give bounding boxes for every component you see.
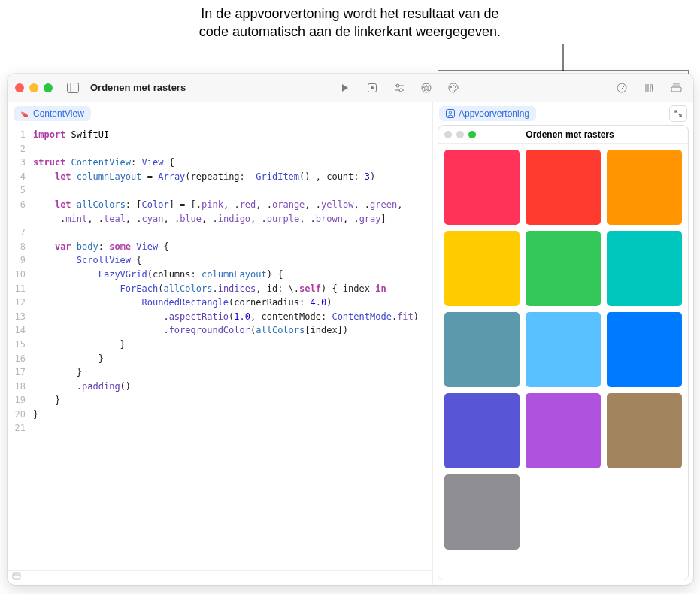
svg-point-11	[455, 86, 456, 88]
code-line: ScrollView {	[33, 253, 425, 268]
svg-point-7	[399, 89, 402, 92]
preview-tab-label: Appvoorvertoning	[459, 108, 529, 119]
color-tile	[607, 312, 682, 387]
code-line: .mint, .teal, .cyan, .blue, .indigo, .pu…	[33, 212, 425, 226]
color-tile	[526, 393, 601, 468]
editor-status-bar	[8, 570, 432, 585]
annotation-line-2: code automatisch aan de linkerkant weerg…	[0, 23, 700, 41]
line-gutter: 123456789101112131415161718192021	[8, 128, 33, 570]
line-number: 5	[8, 183, 26, 198]
code-line: LazyVGrid(columns: columnLayout) {	[33, 268, 425, 282]
step-button[interactable]	[362, 80, 382, 96]
code-line: }	[33, 408, 425, 422]
line-number: 18	[8, 380, 26, 394]
person-icon	[446, 109, 455, 118]
preview-minimize-button[interactable]	[456, 131, 464, 138]
annotation-line-1: In de appvoorvertoning wordt het resulta…	[0, 5, 700, 23]
expand-preview-button[interactable]	[669, 105, 687, 122]
window-controls	[15, 83, 53, 92]
svg-rect-19	[671, 87, 681, 92]
color-tile	[607, 150, 682, 225]
color-tile	[607, 231, 682, 306]
line-number: 6	[8, 198, 26, 212]
editor-pane: ContentView 1234567891011121314151617181…	[8, 102, 433, 585]
editor-tab-bar: ContentView	[8, 102, 432, 125]
line-number: 19	[8, 393, 26, 408]
color-tile	[444, 150, 520, 225]
code-line	[33, 142, 425, 156]
svg-line-16	[652, 84, 653, 92]
line-number: 12	[8, 295, 26, 310]
color-tile	[444, 474, 520, 550]
svg-rect-17	[673, 83, 680, 85]
preview-window-title: Ordenen met rasters	[480, 129, 659, 140]
toolbar-center	[192, 80, 606, 96]
code-line: }	[33, 393, 425, 408]
line-number: 20	[8, 408, 26, 422]
code-line: }	[33, 365, 425, 380]
code-line: .aspectRatio(1.0, contentMode: ContentMo…	[33, 310, 425, 324]
minimize-window-button[interactable]	[29, 83, 38, 92]
line-number: 21	[8, 421, 26, 435]
settings-sliders-button[interactable]	[389, 80, 409, 96]
svg-point-23	[449, 111, 451, 114]
code-line: RoundedRectangle(cornerRadius: 4.0)	[33, 295, 425, 310]
window-title: Ordenen met rasters	[90, 82, 186, 93]
close-window-button[interactable]	[15, 83, 24, 92]
line-number: 14	[8, 323, 26, 338]
svg-rect-0	[68, 83, 79, 92]
toolbar-right	[612, 80, 686, 96]
stack-button[interactable]	[666, 80, 686, 96]
color-tile	[526, 312, 601, 387]
svg-point-12	[617, 83, 626, 92]
preview-window: Ordenen met rasters	[438, 125, 689, 580]
code-line: }	[33, 338, 425, 352]
star-button[interactable]	[417, 80, 436, 96]
library-button[interactable]	[639, 80, 659, 96]
line-number: 7	[8, 226, 26, 240]
code-line: let allColors: [Color] = [.pink, .red, .…	[33, 198, 425, 212]
sidebar-toggle-button[interactable]	[63, 80, 83, 96]
line-number: 8	[8, 240, 26, 254]
line-number: 3	[8, 156, 26, 170]
split-view: ContentView 1234567891011121314151617181…	[8, 102, 693, 585]
code-line: import SwiftUI	[33, 128, 425, 142]
zoom-window-button[interactable]	[44, 83, 53, 92]
editor-tab-label: ContentView	[33, 108, 84, 119]
svg-rect-18	[672, 86, 680, 87]
svg-point-5	[396, 84, 399, 87]
code-line: .padding()	[33, 380, 425, 394]
code-editor[interactable]: 123456789101112131415161718192021 import…	[8, 125, 432, 570]
editor-tab-contentview[interactable]: ContentView	[14, 106, 91, 121]
preview-pane: Appvoorvertoning Ordenen met rasters	[433, 102, 693, 585]
code-line: }	[33, 352, 425, 366]
svg-point-3	[371, 86, 374, 89]
line-number: 10	[8, 268, 26, 282]
code-line: .foregroundColor(allColors[index])	[33, 323, 425, 338]
breadcrumb-icon	[12, 572, 21, 580]
code-line: struct ContentView: View {	[33, 156, 425, 170]
line-number: 16	[8, 352, 26, 366]
line-number	[8, 212, 26, 226]
code-content: import SwiftUI struct ContentView: View …	[33, 128, 432, 570]
check-button[interactable]	[612, 80, 632, 96]
code-line	[33, 226, 425, 240]
titlebar: Ordenen met rasters	[8, 74, 693, 102]
line-number: 17	[8, 365, 26, 380]
line-number: 2	[8, 142, 26, 156]
code-line: var body: some View {	[33, 240, 425, 254]
code-line: let columnLayout = Array(repeating: Grid…	[33, 170, 425, 184]
palette-button[interactable]	[444, 80, 463, 96]
color-tile	[444, 393, 520, 468]
preview-close-button[interactable]	[444, 131, 452, 138]
preview-zoom-button[interactable]	[468, 131, 476, 138]
line-number: 11	[8, 282, 26, 296]
color-tile	[444, 231, 520, 306]
preview-tab[interactable]: Appvoorvertoning	[439, 106, 536, 121]
color-tile	[444, 312, 520, 387]
line-number: 1	[8, 128, 26, 142]
line-number: 15	[8, 338, 26, 352]
swift-icon	[20, 109, 29, 118]
preview-window-titlebar: Ordenen met rasters	[438, 126, 688, 144]
run-button[interactable]	[335, 80, 355, 96]
